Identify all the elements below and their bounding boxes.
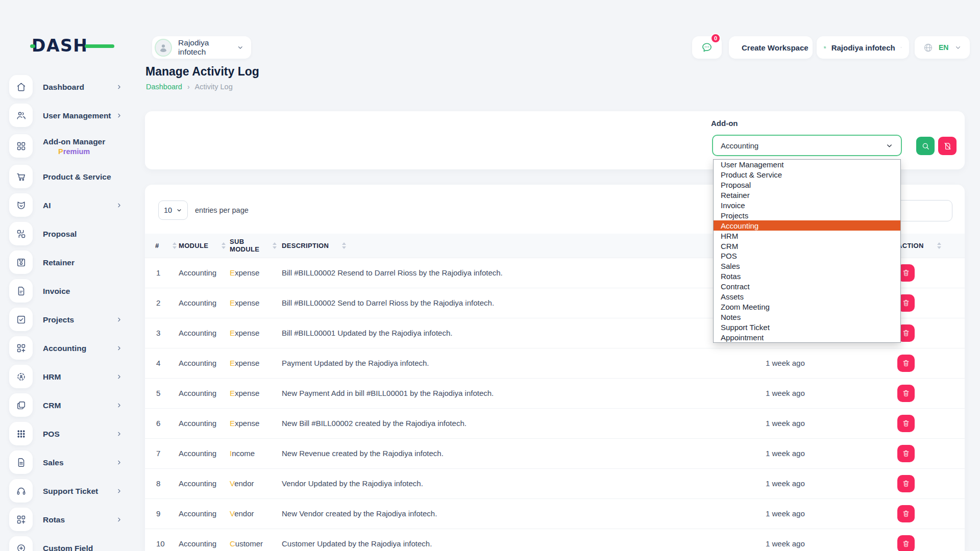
row-date: 1 week ago	[755, 408, 887, 438]
dropdown-option[interactable]: Projects	[714, 210, 900, 220]
table-row: 8 Accounting Vendor Vendor Updated by th…	[145, 468, 965, 498]
row-module: Accounting	[168, 408, 219, 438]
entries-per-page-select[interactable]: 10	[158, 201, 188, 220]
addon-filter-label: Add-on	[711, 119, 738, 128]
delete-button[interactable]	[897, 445, 915, 462]
breadcrumb-separator: ›	[187, 83, 190, 91]
sidebar-item-icon	[9, 222, 33, 245]
sidebar-item-icon	[9, 422, 33, 445]
row-number: 9	[145, 498, 168, 529]
row-description: New Bill #BILL00002 created by the Rajod…	[272, 408, 755, 438]
sidebar-item-label: AI	[43, 201, 51, 210]
row-sub-module: Vendor	[219, 498, 272, 529]
dropdown-option[interactable]: Accounting	[714, 220, 900, 231]
row-number: 3	[145, 318, 168, 348]
app-logo[interactable]: DASH	[32, 35, 108, 57]
table-row: 4 Accounting Expense Payment Updated by …	[145, 348, 965, 378]
dropdown-option[interactable]: HRM	[714, 231, 900, 241]
dropdown-option[interactable]: Rotas	[714, 271, 900, 282]
sidebar-item[interactable]: Invoice	[0, 277, 134, 305]
sidebar-item[interactable]: Accounting	[0, 334, 134, 362]
column-header[interactable]: #	[145, 234, 168, 258]
dropdown-option[interactable]: Product & Service	[714, 170, 900, 180]
row-sub-module: Expense	[219, 408, 272, 438]
reset-filter-button[interactable]	[938, 137, 957, 155]
create-workspace-button[interactable]: Create Workspace	[729, 36, 813, 59]
row-module: Accounting	[168, 529, 219, 551]
delete-button[interactable]	[897, 385, 915, 402]
dropdown-option[interactable]: Appointment	[714, 332, 900, 342]
delete-button[interactable]	[897, 355, 915, 372]
search-icon	[921, 142, 930, 151]
table-row: 9 Accounting Vendor New Vendor created b…	[145, 498, 965, 529]
dropdown-option[interactable]: Invoice	[714, 201, 900, 211]
sidebar-item[interactable]: Support Ticket	[0, 477, 134, 505]
sort-icon[interactable]	[173, 242, 177, 249]
sidebar-item-label: User Management	[43, 111, 111, 120]
messages-button[interactable]: 0	[692, 36, 722, 59]
sidebar-item[interactable]: AI	[0, 191, 134, 219]
dropdown-option[interactable]: Contract	[714, 282, 900, 292]
sidebar-item-icon	[9, 308, 33, 331]
workspace-name: Rajodiya infotech	[178, 38, 237, 57]
sidebar-item[interactable]: CRM	[0, 391, 134, 419]
company-selector[interactable]: Rajodiya infotech	[817, 36, 909, 59]
sidebar-item[interactable]: User Management	[0, 101, 134, 130]
column-header[interactable]: SUB MODULE	[219, 234, 272, 258]
column-header-label: ACTION	[897, 242, 924, 249]
delete-button[interactable]	[897, 535, 915, 551]
search-button[interactable]	[916, 137, 935, 155]
language-selector[interactable]: EN	[915, 36, 970, 59]
breadcrumb-dashboard-link[interactable]: Dashboard	[146, 83, 182, 91]
dropdown-option[interactable]: POS	[714, 251, 900, 261]
dropdown-option[interactable]: Proposal	[714, 180, 900, 190]
workspace-selector[interactable]: Rajodiya infotech	[152, 36, 251, 59]
sidebar: DASH Dashboard User Management	[0, 0, 134, 551]
row-description: Vendor Updated by the Rajodiya infotech.	[272, 468, 755, 498]
sidebar-item[interactable]: POS	[0, 419, 134, 448]
row-module: Accounting	[168, 498, 219, 529]
sidebar-item[interactable]: Retainer	[0, 248, 134, 277]
logo-text: DASH	[32, 36, 88, 56]
chevron-right-icon	[116, 373, 122, 380]
dropdown-option[interactable]: User Management	[714, 160, 900, 170]
sidebar-item-icon	[9, 134, 33, 158]
sidebar-item-label: Sales	[43, 458, 64, 467]
sidebar-item-label: POS	[43, 429, 60, 439]
trash-icon	[902, 449, 910, 458]
sidebar-item[interactable]: Add-on Manager Premium	[0, 130, 134, 162]
trash-icon	[902, 269, 910, 277]
sort-icon[interactable]	[222, 242, 226, 249]
sidebar-item[interactable]: Product & Service	[0, 162, 134, 191]
sort-icon[interactable]	[937, 242, 941, 249]
row-date: 1 week ago	[755, 438, 887, 468]
addon-select[interactable]: Accounting	[712, 135, 902, 156]
sidebar-item[interactable]: Custom Field	[0, 534, 134, 551]
sidebar-item[interactable]: Sales	[0, 448, 134, 477]
dropdown-option[interactable]: CRM	[714, 241, 900, 251]
delete-button[interactable]	[897, 415, 915, 432]
dropdown-option[interactable]: Zoom Meeting	[714, 302, 900, 312]
sort-icon[interactable]	[342, 242, 346, 249]
language-code: EN	[939, 43, 948, 52]
dropdown-option[interactable]: Assets	[714, 292, 900, 302]
sidebar-item-label: Add-on Manager	[43, 137, 105, 146]
messages-count-badge: 0	[710, 33, 721, 43]
dropdown-option[interactable]: Sales	[714, 261, 900, 271]
sort-icon[interactable]	[273, 242, 277, 249]
delete-button[interactable]	[897, 505, 915, 522]
sidebar-item[interactable]: Dashboard	[0, 72, 134, 101]
dropdown-option[interactable]: Retainer	[714, 190, 900, 201]
dropdown-option[interactable]: Support Ticket	[714, 322, 900, 332]
sidebar-item[interactable]: HRM	[0, 362, 134, 391]
sidebar-item-icon	[9, 279, 33, 303]
dropdown-option[interactable]: Notes	[714, 312, 900, 322]
delete-button[interactable]	[897, 475, 915, 492]
company-name: Rajodiya infotech	[831, 43, 895, 52]
column-header[interactable]: DESCRIPTION	[272, 234, 755, 258]
chevron-right-icon	[116, 84, 122, 90]
sidebar-item[interactable]: Rotas	[0, 505, 134, 534]
sidebar-item-icon	[9, 450, 33, 474]
sidebar-item[interactable]: Projects	[0, 305, 134, 334]
sidebar-item[interactable]: Proposal	[0, 219, 134, 248]
